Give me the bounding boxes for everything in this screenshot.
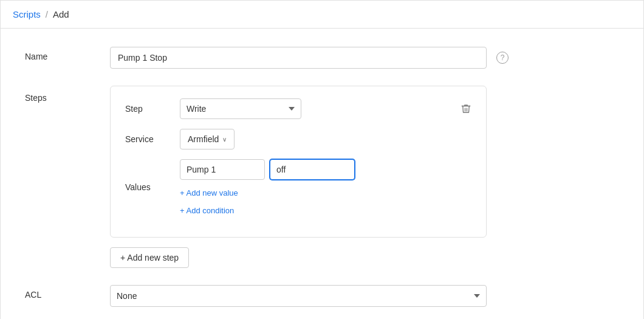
delete-step-button[interactable] — [461, 103, 471, 114]
value-input-2[interactable] — [270, 159, 355, 180]
value-input-1[interactable] — [180, 159, 265, 180]
step-card: Step Write Read Delay — [110, 86, 487, 238]
name-row: Name ? — [25, 47, 619, 69]
steps-row: Steps Step Write Read Delay — [25, 86, 619, 268]
values-label: Values — [125, 182, 180, 192]
step-select-row: Step Write Read Delay — [125, 98, 471, 119]
step-select-label: Step — [125, 104, 180, 114]
add-new-step-button[interactable]: + Add new step — [110, 247, 189, 268]
service-controls: Armfield ∨ — [180, 129, 471, 149]
add-links: + Add new value + Add condition — [180, 182, 355, 215]
steps-field: Step Write Read Delay — [110, 86, 619, 268]
add-condition-link[interactable]: + Add condition — [180, 206, 355, 215]
breadcrumb-current: Add — [53, 9, 69, 19]
name-label: Name — [25, 47, 110, 61]
page-wrapper: Scripts / Add Name ? Steps Step — [0, 0, 644, 319]
acl-select[interactable]: None Read Write Admin — [110, 285, 487, 307]
values-wrapper: + Add new value + Add condition — [180, 159, 355, 215]
breadcrumb-scripts-link[interactable]: Scripts — [13, 9, 41, 19]
acl-label: ACL — [25, 285, 110, 300]
values-inputs — [180, 159, 355, 180]
step-type-select[interactable]: Write Read Delay — [180, 98, 301, 119]
help-icon[interactable]: ? — [496, 52, 509, 64]
name-field-wrapper: ? — [110, 47, 619, 69]
acl-field: None Read Write Admin — [110, 285, 619, 307]
steps-label: Steps — [25, 86, 110, 103]
step-controls: Write Read Delay — [180, 98, 461, 119]
values-row: Values + Add new value + Add condition — [125, 159, 471, 215]
service-row: Service Armfield ∨ — [125, 129, 471, 149]
header: Scripts / Add — [1, 1, 643, 29]
service-chevron-icon: ∨ — [222, 136, 227, 143]
name-input[interactable] — [110, 47, 487, 69]
breadcrumb-separator: / — [46, 9, 48, 19]
main-content: Name ? Steps Step Write Rea — [1, 29, 643, 319]
service-label: Service — [125, 134, 180, 144]
acl-row: ACL None Read Write Admin — [25, 285, 619, 307]
service-value: Armfield — [188, 134, 219, 144]
breadcrumb: Scripts / Add — [13, 9, 631, 19]
add-new-value-link[interactable]: + Add new value — [180, 188, 355, 197]
service-select-button[interactable]: Armfield ∨ — [180, 129, 235, 149]
